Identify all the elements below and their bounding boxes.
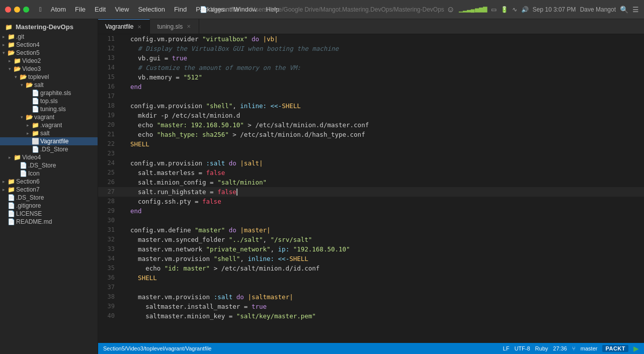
close-button[interactable]	[5, 7, 11, 13]
line-number: 19	[98, 111, 121, 120]
menu-file[interactable]: File	[71, 5, 90, 14]
line-content[interactable]: config.vm.provision "shell", inline: <<-…	[121, 101, 644, 111]
tree-chevron: ▾	[6, 66, 13, 71]
tree-item-vagrantfile[interactable]: ⬜ Vagrantfile	[0, 137, 98, 145]
tree-chevron: ▸	[0, 187, 7, 192]
line-content[interactable]: saltmaster.minion_key = "salt/key/master…	[121, 311, 644, 321]
tree-item-label: tuning.sls	[39, 106, 66, 113]
code-editor[interactable]: 11 config.vm.provider "virtualbox" do |v…	[98, 34, 644, 343]
tree-chevron: ▸	[6, 155, 13, 160]
line-content[interactable]: end	[121, 82, 644, 92]
tree-item-salt2[interactable]: ▸ 📁 salt	[0, 129, 98, 137]
tab-close-vagrantfile[interactable]: ✕	[136, 24, 142, 30]
tree-item-icon: 📄	[7, 218, 15, 225]
tab-close-tuning[interactable]: ✕	[186, 23, 192, 30]
tree-item-salt[interactable]: ▾ 📂 salt	[0, 81, 98, 89]
menu-find[interactable]: Find	[170, 5, 191, 14]
table-row: 19 mkdir -p /etc/salt/minion.d	[98, 111, 644, 120]
tree-item-ds_store2[interactable]: 📄 .DS_Store	[0, 161, 98, 169]
line-content[interactable]: salt.minion_config = "salt/minion"	[121, 178, 644, 187]
tree-item-graphite[interactable]: 📄 graphite.sls	[0, 89, 98, 97]
menu-view[interactable]: View	[111, 5, 133, 14]
tree-item-ds_store[interactable]: 📄 .DS_Store	[0, 145, 98, 153]
tree-item-ds_root[interactable]: 📄 .DS_Store	[0, 194, 98, 202]
title-filename: Vagrantfile	[210, 6, 238, 13]
line-content[interactable]: master.vm.network "private_network", ip:…	[121, 244, 644, 254]
table-row: 18 config.vm.provision "shell", inline: …	[98, 101, 644, 111]
line-number: 34	[98, 254, 121, 263]
tree-item-vagrant[interactable]: ▾ 📂 vagrant	[0, 113, 98, 121]
line-content[interactable]: vb.memory = "512"	[121, 72, 644, 82]
tree-chevron: ▾	[12, 74, 19, 79]
line-content[interactable]: salt.masterless = false	[121, 168, 644, 178]
tree-item-gitignore[interactable]: 📄 .gitignore	[0, 202, 98, 210]
tree-item-license[interactable]: 📄 LICENSE	[0, 210, 98, 218]
line-content[interactable]: master.vm.synced_folder "../salt", "/srv…	[121, 235, 644, 244]
tree-item-vagrant_hidden[interactable]: ▸ 📁 .vagrant	[0, 121, 98, 129]
language[interactable]: Ruby	[535, 345, 548, 351]
tree-item-section6[interactable]: ▸ 📁 Section6	[0, 178, 98, 186]
tree-item-section5[interactable]: ▾ 📂 Section5	[0, 49, 98, 57]
menu-apple[interactable]: 	[35, 5, 46, 14]
tree-item-video3[interactable]: ▾ 📂 Video3	[0, 65, 98, 73]
tab-tuning[interactable]: tuning.sls ✕	[150, 19, 199, 34]
table-row: 22 SHELL	[98, 139, 644, 149]
tree-item-git[interactable]: ▸ 📁 .git	[0, 33, 98, 41]
statusbar: Section5/Video3/toplevel/vagrant/Vagrant…	[98, 343, 644, 354]
table-row: 15 vb.memory = "512"	[98, 72, 644, 82]
menu-selection[interactable]: Selection	[134, 5, 169, 14]
line-content[interactable]: vb.gui = true	[121, 53, 644, 63]
tree-item-icon: 📁	[7, 178, 15, 185]
titlebar-right: ☺ ▁▂▃▄▅▆▇ ▭ 🔋 ∿ 🔊 Sep 10 3:07 PM Dave Ma…	[446, 5, 639, 14]
line-content[interactable]	[121, 283, 644, 292]
tree-item-readme[interactable]: 📄 README.md	[0, 218, 98, 226]
menu-edit[interactable]: Edit	[91, 5, 110, 14]
line-content[interactable]: echo "id: master" > /etc/salt/minion.d/i…	[121, 263, 644, 273]
line-content[interactable]: master.vm.provision :salt do |saltmaster…	[121, 292, 644, 302]
line-content[interactable]: echo "hash_type: sha256" > /etc/salt/min…	[121, 130, 644, 139]
line-ending[interactable]: LF	[503, 345, 510, 351]
table-row: 40 saltmaster.minion_key = "salt/key/mas…	[98, 311, 644, 321]
tree-item-icon: 📄	[19, 162, 27, 169]
line-content[interactable]	[121, 216, 644, 225]
line-content[interactable]: # Customize the amount of memory on the …	[121, 63, 644, 72]
line-content[interactable]: SHELL	[121, 139, 644, 149]
line-content[interactable]: config.vm.provision :salt do |salt|	[121, 158, 644, 168]
tree-item-video4[interactable]: ▸ 📁 Video4	[0, 153, 98, 161]
tree-item-video2[interactable]: ▸ 📁 Video2	[0, 57, 98, 65]
tree-item-topsls[interactable]: 📄 top.sls	[0, 97, 98, 105]
tree-item-section7[interactable]: ▸ 📁 Section7	[0, 186, 98, 194]
encoding[interactable]: UTF-8	[514, 345, 530, 351]
tree-item-label: Video4	[21, 154, 41, 161]
line-content[interactable]: SHELL	[121, 273, 644, 283]
table-row: 23	[98, 149, 644, 158]
tree-item-icon: 📁	[7, 33, 15, 40]
battery-icon: 🔋	[501, 6, 508, 13]
menu-atom[interactable]: Atom	[47, 5, 70, 14]
status-left: Section5/Video3/toplevel/vagrant/Vagrant…	[103, 345, 211, 351]
line-content[interactable]: echo "master: 192.168.50.10" > /etc/salt…	[121, 120, 644, 130]
maximize-button[interactable]	[23, 7, 29, 13]
line-content[interactable]: master.vm.provision "shell", inline: <<-…	[121, 254, 644, 263]
search-icon[interactable]: 🔍	[620, 6, 628, 14]
tree-item-tuning[interactable]: 📄 tuning.sls	[0, 105, 98, 113]
line-content[interactable]	[121, 92, 644, 101]
minimize-button[interactable]	[14, 7, 20, 13]
line-content[interactable]: config.vm.provider "virtualbox" do |vb|	[121, 34, 644, 44]
tree-item-icon: 📁	[13, 57, 21, 64]
line-content[interactable]: end	[121, 206, 644, 216]
tree-item-toplevel[interactable]: ▾ 📂 toplevel	[0, 73, 98, 81]
packt-play-icon[interactable]: ▶	[633, 344, 639, 352]
hamburger-icon[interactable]: ☰	[632, 6, 639, 14]
tree-item-section4[interactable]: ▸ 📁 Section4	[0, 41, 98, 49]
line-content[interactable]: saltmaster.install_master = true	[121, 302, 644, 311]
tree-item-icon[interactable]: 📄 Icon	[0, 169, 98, 178]
line-content[interactable]: # Display the VirtualBox GUI when bootin…	[121, 44, 644, 53]
line-content[interactable]: config.vm.define "master" do |master|	[121, 225, 644, 235]
line-content[interactable]: config.ssh.pty = false	[121, 197, 644, 206]
window-title: 📄 Vagrantfile — /Users/dave/Google Drive…	[200, 6, 444, 13]
tab-vagrantfile[interactable]: Vagrantfile ✕	[98, 19, 150, 34]
line-content[interactable]: mkdir -p /etc/salt/minion.d	[121, 111, 644, 120]
line-content[interactable]	[121, 149, 644, 158]
line-content[interactable]: salt.run_highstate = false	[121, 187, 644, 197]
